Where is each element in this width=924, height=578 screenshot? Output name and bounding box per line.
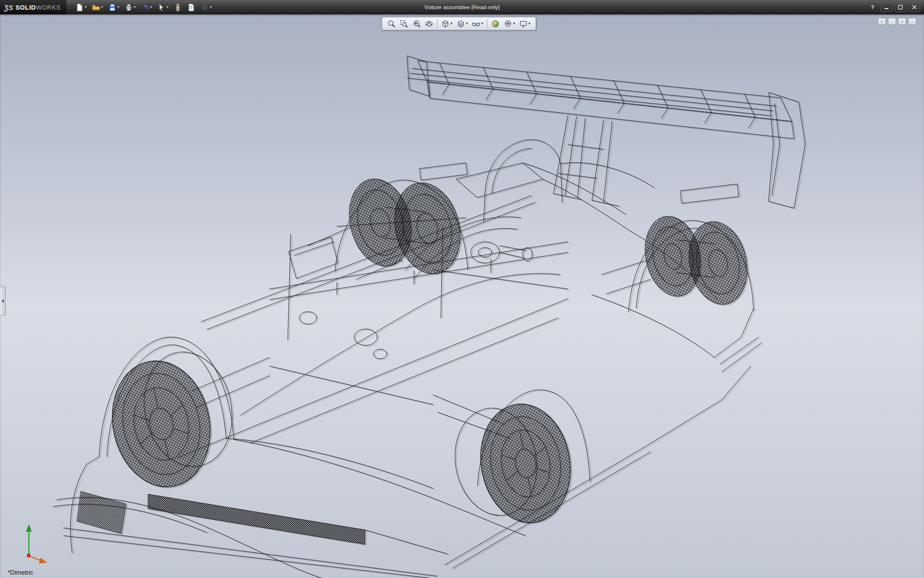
section-view-button[interactable] [423, 18, 435, 29]
dropdown-caret[interactable]: ▾ [481, 22, 483, 26]
wireframe-car-model[interactable] [0, 14, 924, 578]
view-orientation-cube-icon [441, 20, 449, 28]
hide-show-glasses-icon [472, 20, 480, 28]
open-folder-icon [92, 3, 100, 12]
minimize-icon [884, 5, 889, 10]
rebuild-traffic-light-icon [174, 3, 182, 12]
view-settings-icon [519, 20, 527, 28]
section-view-icon [425, 20, 433, 28]
maximize-icon [898, 5, 903, 10]
edit-appearance-ball-icon [491, 20, 500, 28]
display-style-button[interactable]: ▾ [455, 18, 470, 29]
maximize-button[interactable] [895, 3, 906, 12]
close-icon [912, 5, 917, 10]
edit-appearance-button[interactable] [489, 18, 501, 29]
rebuild-button[interactable] [171, 1, 184, 13]
view-orientation-label: *Dimetric [8, 569, 33, 576]
previous-view-icon [412, 20, 421, 28]
orientation-triad [10, 521, 48, 565]
toolbar-separator [437, 19, 437, 28]
maximize-icon [901, 19, 903, 24]
brand-works: WORKS [36, 4, 61, 11]
close-button[interactable] [909, 3, 920, 12]
view-settings-button[interactable]: ▾ [517, 18, 532, 29]
apply-scene-icon [504, 20, 512, 28]
solidworks-logo: ƷS SOLIDWORKS [0, 0, 66, 14]
window-title: Voiture assomblee [Read-only] [424, 0, 500, 14]
viewport[interactable]: ▾ ▾ ▾ [0, 14, 924, 578]
dropdown-caret[interactable]: ▾ [117, 5, 119, 9]
titlebar: ƷS SOLIDWORKS ▾ ▾ ▾ [0, 0, 924, 14]
select-button[interactable]: ▾ [155, 1, 171, 13]
view-toolbar: ▾ ▾ ▾ [382, 17, 536, 30]
document-maximize-button[interactable] [898, 18, 906, 25]
save-icon [108, 3, 116, 12]
toolbar-separator [487, 19, 488, 28]
dropdown-caret[interactable]: ▾ [513, 22, 515, 26]
solidworks-window: ƷS SOLIDWORKS ▾ ▾ ▾ [0, 0, 924, 578]
document-close-button[interactable] [908, 18, 916, 25]
feature-panel-expand-tab[interactable] [0, 287, 6, 315]
window-controls: ? [867, 3, 924, 12]
options-gear-icon [201, 3, 209, 12]
previous-view-button[interactable] [411, 18, 423, 29]
save-button[interactable]: ▾ [106, 1, 122, 13]
minimize-icon [891, 19, 893, 24]
restore-icon [881, 19, 883, 24]
new-button[interactable]: ▾ [73, 1, 89, 13]
view-orientation-button[interactable]: ▾ [439, 18, 454, 29]
document-window-controls [878, 18, 916, 25]
print-button[interactable]: ▾ [122, 1, 138, 13]
close-icon [911, 19, 913, 24]
undo-icon [141, 3, 149, 12]
options-button[interactable]: ▾ [198, 1, 214, 13]
display-style-wireframe-icon [457, 20, 465, 28]
apply-scene-button[interactable]: ▾ [502, 18, 517, 29]
dropdown-caret[interactable]: ▾ [150, 5, 152, 9]
dropdown-caret[interactable]: ▾ [528, 22, 530, 26]
dropdown-caret[interactable]: ▾ [466, 22, 468, 26]
dropdown-caret[interactable]: ▾ [85, 5, 87, 9]
zoom-to-area-button[interactable] [398, 18, 410, 29]
new-document-icon [76, 3, 84, 12]
solidworks-logo-glyph: ƷS [4, 3, 13, 12]
dropdown-caret[interactable]: ▾ [134, 5, 136, 9]
dropdown-caret[interactable]: ▾ [167, 5, 168, 9]
brand-solid: SOLID [15, 4, 36, 11]
dropdown-caret[interactable]: ▾ [210, 5, 212, 9]
document-minimize-button[interactable] [888, 18, 896, 25]
select-cursor-icon [157, 3, 166, 12]
minimize-button[interactable] [881, 3, 892, 12]
zoom-to-fit-icon [387, 20, 396, 28]
help-button[interactable]: ? [867, 3, 878, 12]
chevron-left-icon [1, 299, 4, 303]
file-properties-button[interactable] [185, 1, 198, 13]
undo-button[interactable]: ▾ [139, 1, 154, 13]
file-properties-icon [187, 3, 195, 12]
open-button[interactable]: ▾ [90, 1, 105, 13]
dropdown-caret[interactable]: ▾ [450, 22, 452, 26]
document-restore-button[interactable] [878, 18, 886, 25]
zoom-to-area-icon [400, 20, 408, 28]
print-icon [125, 3, 133, 12]
zoom-to-fit-button[interactable] [385, 18, 398, 29]
dropdown-caret[interactable]: ▾ [101, 5, 103, 9]
main-toolbar: ▾ ▾ ▾ ▾ [73, 1, 214, 13]
hide-show-items-button[interactable]: ▾ [470, 18, 485, 29]
